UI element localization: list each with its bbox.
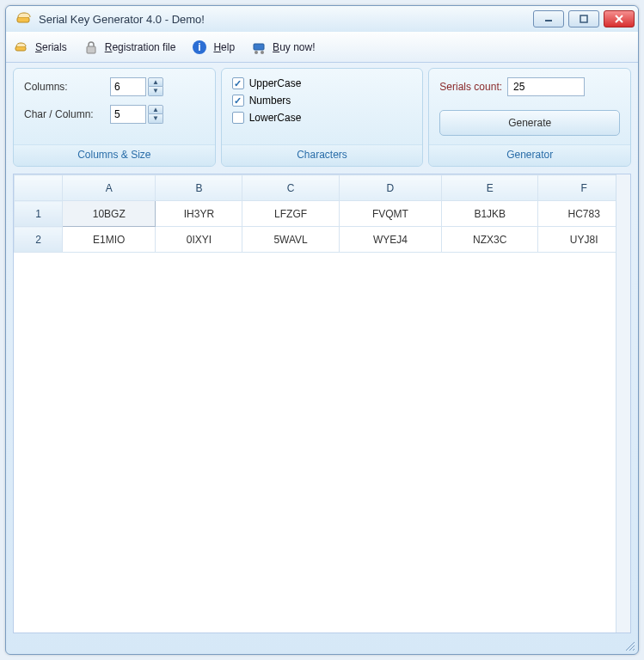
serials-grid[interactable]: A B C D E F 1 10BGZ IH3YR LFZGF FVQMT B1…: [14, 174, 630, 253]
grid-corner: [15, 175, 63, 201]
col-header[interactable]: C: [242, 175, 339, 201]
generate-button[interactable]: Generate: [439, 110, 620, 136]
title-bar[interactable]: Serial Key Generator 4.0 - Demo!: [6, 6, 638, 32]
maximize-button[interactable]: [568, 10, 599, 28]
columns-label: Columns:: [24, 81, 110, 93]
charcol-input[interactable]: [110, 105, 146, 124]
buynow-menu-label: Buy now!: [273, 41, 315, 53]
chars-footer: Characters: [222, 144, 423, 166]
svg-line-14: [633, 649, 635, 651]
close-button[interactable]: [604, 10, 635, 28]
serials-grid-container: A B C D E F 1 10BGZ IH3YR LFZGF FVQMT B1…: [13, 174, 631, 633]
app-icon: [15, 9, 34, 28]
checkbox-icon: [232, 95, 244, 107]
gen-footer: Generator: [429, 144, 630, 166]
cell[interactable]: E1MIO: [63, 227, 156, 253]
help-menu[interactable]: i Help: [191, 39, 235, 56]
numbers-label: Numbers: [249, 95, 291, 107]
table-row[interactable]: 1 10BGZ IH3YR LFZGF FVQMT B1JKB HC783: [15, 201, 630, 227]
regfile-menu-label: Registration file: [105, 41, 176, 53]
columns-input[interactable]: [110, 77, 146, 96]
svg-rect-5: [15, 46, 26, 51]
svg-rect-0: [17, 17, 29, 22]
svg-rect-2: [580, 15, 587, 22]
application-window: Serial Key Generator 4.0 - Demo! Serials…: [5, 5, 639, 655]
row-header[interactable]: 1: [15, 201, 63, 227]
svg-point-11: [261, 51, 264, 54]
charcol-label: Char / Column:: [24, 108, 110, 120]
regfile-menu[interactable]: Registration file: [83, 39, 176, 56]
col-header[interactable]: D: [339, 175, 442, 201]
cart-icon: [250, 39, 267, 56]
columns-size-panel: Columns: ▲ ▼ Char / Column: ▲: [13, 68, 216, 167]
uppercase-label: UpperCase: [249, 77, 302, 89]
svg-rect-9: [254, 44, 264, 50]
cell[interactable]: 5WAVL: [242, 227, 339, 253]
svg-rect-6: [87, 46, 95, 53]
serials-icon: [13, 39, 30, 56]
info-icon: i: [191, 39, 208, 56]
row-header[interactable]: 2: [15, 227, 63, 253]
colsize-footer: Columns & Size: [14, 144, 215, 166]
col-header[interactable]: B: [156, 175, 242, 201]
cell[interactable]: IH3YR: [156, 201, 242, 227]
cell[interactable]: FVQMT: [339, 201, 442, 227]
window-controls: [533, 10, 635, 28]
characters-panel: UpperCase Numbers LowerCase Characters: [221, 68, 424, 167]
lowercase-label: LowerCase: [249, 112, 302, 124]
cell[interactable]: B1JKB: [442, 201, 538, 227]
col-header[interactable]: A: [63, 175, 156, 201]
checkbox-icon: [232, 77, 244, 89]
cell[interactable]: WYEJ4: [339, 227, 442, 253]
lowercase-checkbox[interactable]: LowerCase: [232, 112, 413, 124]
serials-menu[interactable]: Serials: [13, 39, 67, 56]
settings-panels: Columns: ▲ ▼ Char / Column: ▲: [6, 63, 638, 170]
help-menu-label: Help: [213, 41, 235, 53]
columns-spin-down[interactable]: ▼: [148, 87, 163, 96]
lock-icon: [83, 39, 100, 56]
minimize-button[interactable]: [533, 10, 564, 28]
cell[interactable]: LFZGF: [242, 201, 339, 227]
charcol-spin-up[interactable]: ▲: [148, 105, 163, 114]
col-header[interactable]: E: [442, 175, 538, 201]
svg-point-10: [255, 51, 258, 54]
uppercase-checkbox[interactable]: UpperCase: [232, 77, 413, 89]
window-title: Serial Key Generator 4.0 - Demo!: [39, 13, 533, 26]
serials-count-label: Serials count:: [439, 81, 502, 93]
checkbox-icon: [232, 112, 244, 124]
resize-grip-icon[interactable]: [623, 639, 635, 651]
vertical-scrollbar[interactable]: [616, 174, 630, 632]
cell[interactable]: 10BGZ: [63, 201, 156, 227]
main-toolbar: Serials Registration file i Help Buy now…: [6, 32, 638, 63]
serials-count-input[interactable]: [507, 77, 585, 96]
cell[interactable]: NZX3C: [442, 227, 538, 253]
buynow-menu[interactable]: Buy now!: [250, 39, 315, 56]
numbers-checkbox[interactable]: Numbers: [232, 95, 413, 107]
generator-panel: Serials count: Generate Generator: [428, 68, 631, 167]
columns-spin-up[interactable]: ▲: [148, 77, 163, 87]
charcol-spin-down[interactable]: ▼: [148, 114, 163, 124]
serials-menu-label: Serials: [35, 41, 67, 53]
svg-text:i: i: [199, 41, 201, 53]
table-row[interactable]: 2 E1MIO 0IXYI 5WAVL WYEJ4 NZX3C UYJ8I: [15, 227, 630, 253]
cell[interactable]: 0IXYI: [156, 227, 242, 253]
